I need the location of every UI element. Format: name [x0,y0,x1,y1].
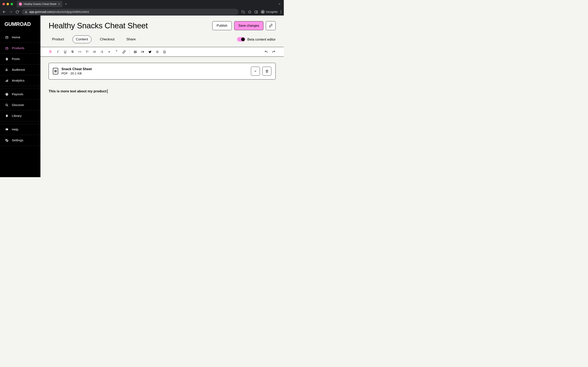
sidebar-item-payouts[interactable]: $ Payouts [0,89,40,100]
text-format-button[interactable]: TT [85,50,89,53]
numbered-list-button[interactable]: 123 [100,50,104,53]
svg-text:3: 3 [101,52,101,53]
window-minimize-button[interactable] [7,3,9,5]
tabs-dropdown-button[interactable] [278,3,281,6]
copy-link-button[interactable] [266,21,276,30]
help-icon [5,128,9,131]
tab-title: Healthy Snacks Cheat Sheet [24,3,56,6]
audience-icon [5,68,9,71]
svg-rect-16 [6,59,7,59]
logo[interactable]: GUMROAD [0,16,40,32]
italic-button[interactable]: I [56,50,60,54]
forward-button[interactable] [9,10,13,14]
page-title: Healthy Snacks Cheat Sheet [49,21,148,30]
svg-marker-3 [248,10,251,13]
sidebar-item-discover[interactable]: Discover [0,100,40,110]
editor-body-text[interactable]: This is more text about my product [49,89,276,93]
svg-point-8 [281,10,281,11]
beta-toggle[interactable] [237,37,245,42]
incognito-indicator[interactable]: Incognito [261,10,278,14]
hr-button[interactable] [107,50,111,53]
browser-menu-button[interactable] [281,10,281,13]
save-changes-button[interactable]: Save changes [234,21,263,30]
tab-bar: G Healthy Snacks Cheat Sheet ✕ + [0,0,284,8]
new-tab-button[interactable]: + [65,2,67,6]
sidebar-item-label: Discover [12,103,24,107]
bold-button[interactable]: B [49,50,52,54]
twitter-button[interactable] [148,50,152,53]
sidebar-item-label: Help [12,128,18,131]
svg-point-6 [262,12,263,12]
sidebar-item-posts[interactable]: Posts [0,54,40,64]
main-content: Healthy Snacks Cheat Sheet Publish Save … [40,16,284,177]
sidebar-item-products[interactable]: Products [0,43,40,54]
url-text: app.gumroad.com/products/xdpgv/edit#cont… [29,10,89,13]
underline-button[interactable]: U [63,50,67,54]
trash-icon [265,69,268,73]
file-meta: PDF · 20.1 KB [61,72,92,75]
publish-button[interactable]: Publish [212,21,232,30]
undo-button[interactable] [264,50,268,53]
products-icon [5,47,9,50]
sidebar-item-label: Analytics [12,79,25,82]
text-cursor [107,89,108,93]
sidebar-item-settings[interactable]: Settings [0,135,40,146]
eye-off-icon[interactable] [241,10,245,14]
svg-rect-14 [6,58,7,58]
sidebar-item-analytics[interactable]: Analytics [0,75,40,86]
quote-button[interactable]: " [115,50,118,53]
sidebar-item-library[interactable]: Library [0,110,40,121]
svg-rect-27 [6,129,7,130]
video-button[interactable] [141,50,144,53]
svg-point-9 [281,11,281,12]
posts-icon [5,57,9,61]
sidebar-item-help[interactable]: Help [0,124,40,135]
svg-rect-11 [6,36,8,39]
bookmark-star-icon[interactable] [248,10,251,14]
tab-checkout[interactable]: Checkout [96,35,118,43]
redo-button[interactable] [272,50,276,53]
back-button[interactable] [2,10,6,14]
browser-tab[interactable]: G Healthy Snacks Cheat Sheet ✕ [17,1,62,7]
header-actions: Publish Save changes [212,21,276,30]
side-panel-icon[interactable] [254,10,258,14]
tab-product[interactable]: Product [49,35,68,43]
bullet-list-button[interactable] [93,50,96,53]
svg-point-17 [6,69,7,70]
file-attachment-card: Snack Cheat Sheet PDF · 20.1 KB [49,63,276,80]
page-header: Healthy Snacks Cheat Sheet Publish Save … [40,16,284,47]
svg-rect-35 [102,51,103,51]
url-field[interactable]: app.gumroad.com/products/xdpgv/edit#cont… [22,9,238,15]
file-expand-button[interactable] [251,67,260,76]
window-maximize-button[interactable] [11,3,13,5]
sidebar: GUMROAD Home Products Posts Audience [0,16,40,177]
toolbar-separator [130,49,130,54]
svg-rect-12 [6,47,8,49]
file-upload-button[interactable] [163,50,166,54]
sidebar-item-home[interactable]: Home [0,32,40,43]
svg-line-53 [156,52,157,53]
tab-close-button[interactable]: ✕ [58,2,61,6]
tab-content[interactable]: Content [72,35,92,43]
code-button[interactable] [78,50,82,53]
sidebar-item-label: Posts [12,57,20,61]
strikethrough-button[interactable]: S [71,50,74,54]
file-delete-button[interactable] [262,67,271,76]
svg-point-30 [93,52,94,52]
tab-share[interactable]: Share [123,35,139,43]
payouts-icon: $ [5,92,9,96]
link-button[interactable] [122,50,126,54]
svg-rect-39 [102,53,103,53]
sidebar-item-label: Products [12,46,24,50]
reload-button[interactable] [16,10,19,14]
svg-point-44 [135,51,135,52]
home-icon [5,36,9,39]
window-close-button[interactable] [2,3,5,5]
image-button[interactable] [133,50,137,53]
sidebar-item-audience[interactable]: Audience [0,64,40,75]
svg-line-54 [158,51,158,51]
svg-point-28 [93,51,94,51]
svg-point-18 [7,69,8,69]
sparkle-button[interactable] [155,50,159,54]
editor-content[interactable]: Snack Cheat Sheet PDF · 20.1 KB This is … [40,57,284,100]
